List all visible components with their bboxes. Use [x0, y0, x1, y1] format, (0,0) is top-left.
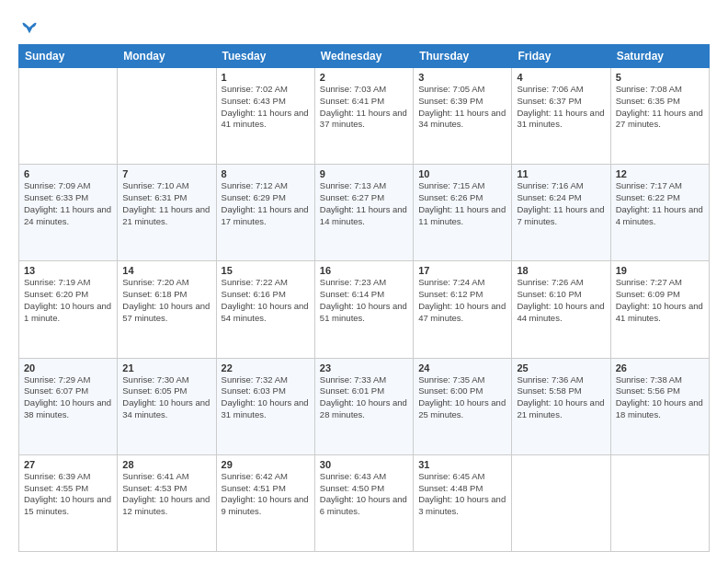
day-info: Sunrise: 7:27 AMSunset: 6:09 PMDaylight:… — [616, 277, 704, 324]
calendar-cell — [19, 68, 118, 165]
day-number: 16 — [320, 265, 408, 276]
day-info: Sunrise: 7:13 AMSunset: 6:27 PMDaylight:… — [320, 180, 408, 227]
day-number: 7 — [122, 168, 210, 179]
calendar-cell: 7Sunrise: 7:10 AMSunset: 6:31 PMDaylight… — [118, 165, 216, 261]
day-info: Sunrise: 7:12 AMSunset: 6:29 PMDaylight:… — [222, 180, 310, 227]
day-info: Sunrise: 7:38 AMSunset: 5:56 PMDaylight:… — [616, 374, 704, 421]
calendar-cell: 27Sunrise: 6:39 AMSunset: 4:55 PMDayligh… — [19, 454, 118, 551]
calendar-cell — [610, 454, 709, 551]
day-info: Sunrise: 7:02 AMSunset: 6:43 PMDaylight:… — [222, 84, 310, 131]
day-info: Sunrise: 7:23 AMSunset: 6:14 PMDaylight:… — [320, 277, 408, 324]
day-info: Sunrise: 7:36 AMSunset: 5:58 PMDaylight:… — [517, 374, 605, 421]
day-info: Sunrise: 6:42 AMSunset: 4:51 PMDaylight:… — [222, 471, 310, 518]
calendar-cell: 15Sunrise: 7:22 AMSunset: 6:16 PMDayligh… — [216, 261, 314, 358]
calendar-cell: 6Sunrise: 7:09 AMSunset: 6:33 PMDaylight… — [19, 165, 118, 261]
day-number: 10 — [418, 168, 506, 179]
calendar-cell: 5Sunrise: 7:08 AMSunset: 6:35 PMDaylight… — [610, 68, 709, 165]
weekday-header-thursday: Thursday — [414, 45, 512, 68]
day-info: Sunrise: 6:39 AMSunset: 4:55 PMDaylight:… — [24, 471, 112, 518]
week-row-4: 20Sunrise: 7:29 AMSunset: 6:07 PMDayligh… — [19, 358, 710, 454]
calendar-cell: 21Sunrise: 7:30 AMSunset: 6:05 PMDayligh… — [118, 358, 216, 454]
calendar-cell: 26Sunrise: 7:38 AMSunset: 5:56 PMDayligh… — [610, 358, 709, 454]
calendar-cell: 17Sunrise: 7:24 AMSunset: 6:12 PMDayligh… — [414, 261, 512, 358]
day-number: 6 — [24, 168, 112, 179]
day-info: Sunrise: 7:20 AMSunset: 6:18 PMDaylight:… — [122, 277, 210, 324]
day-info: Sunrise: 7:32 AMSunset: 6:03 PMDaylight:… — [222, 374, 310, 421]
day-number: 17 — [418, 265, 506, 276]
page: SundayMondayTuesdayWednesdayThursdayFrid… — [0, 0, 728, 563]
day-number: 3 — [418, 72, 506, 83]
weekday-header-monday: Monday — [118, 45, 216, 68]
day-number: 25 — [517, 362, 605, 373]
calendar-cell: 2Sunrise: 7:03 AMSunset: 6:41 PMDaylight… — [314, 68, 413, 165]
day-info: Sunrise: 7:16 AMSunset: 6:24 PMDaylight:… — [517, 180, 605, 227]
weekday-header-sunday: Sunday — [19, 45, 118, 68]
day-number: 4 — [517, 72, 605, 83]
day-number: 2 — [320, 72, 408, 83]
day-info: Sunrise: 7:10 AMSunset: 6:31 PMDaylight:… — [122, 180, 210, 227]
week-row-1: 1Sunrise: 7:02 AMSunset: 6:43 PMDaylight… — [19, 68, 710, 165]
day-number: 19 — [616, 265, 704, 276]
calendar-cell: 10Sunrise: 7:15 AMSunset: 6:26 PMDayligh… — [414, 165, 512, 261]
calendar-cell: 22Sunrise: 7:32 AMSunset: 6:03 PMDayligh… — [216, 358, 314, 454]
calendar-table: SundayMondayTuesdayWednesdayThursdayFrid… — [18, 44, 710, 552]
calendar-cell: 24Sunrise: 7:35 AMSunset: 6:00 PMDayligh… — [414, 358, 512, 454]
logo-text — [18, 17, 39, 35]
day-info: Sunrise: 7:26 AMSunset: 6:10 PMDaylight:… — [517, 277, 605, 324]
day-number: 8 — [222, 168, 310, 179]
weekday-header-friday: Friday — [512, 45, 610, 68]
weekday-header-wednesday: Wednesday — [314, 45, 413, 68]
week-row-5: 27Sunrise: 6:39 AMSunset: 4:55 PMDayligh… — [19, 454, 710, 551]
calendar-cell — [512, 454, 610, 551]
day-info: Sunrise: 6:41 AMSunset: 4:53 PMDaylight:… — [122, 471, 210, 518]
day-info: Sunrise: 7:19 AMSunset: 6:20 PMDaylight:… — [24, 277, 112, 324]
day-info: Sunrise: 7:17 AMSunset: 6:22 PMDaylight:… — [616, 180, 704, 227]
day-info: Sunrise: 7:35 AMSunset: 6:00 PMDaylight:… — [418, 374, 506, 421]
day-info: Sunrise: 7:29 AMSunset: 6:07 PMDaylight:… — [24, 374, 112, 421]
calendar-cell: 31Sunrise: 6:45 AMSunset: 4:48 PMDayligh… — [414, 454, 512, 551]
calendar-cell: 11Sunrise: 7:16 AMSunset: 6:24 PMDayligh… — [512, 165, 610, 261]
week-row-2: 6Sunrise: 7:09 AMSunset: 6:33 PMDaylight… — [19, 165, 710, 261]
weekday-header-tuesday: Tuesday — [216, 45, 314, 68]
day-number: 30 — [320, 459, 408, 470]
day-number: 14 — [122, 265, 210, 276]
calendar-cell: 12Sunrise: 7:17 AMSunset: 6:22 PMDayligh… — [610, 165, 709, 261]
day-info: Sunrise: 7:05 AMSunset: 6:39 PMDaylight:… — [418, 84, 506, 131]
calendar-cell: 13Sunrise: 7:19 AMSunset: 6:20 PMDayligh… — [19, 261, 118, 358]
day-number: 29 — [222, 459, 310, 470]
calendar-cell: 29Sunrise: 6:42 AMSunset: 4:51 PMDayligh… — [216, 454, 314, 551]
weekday-header-saturday: Saturday — [610, 45, 709, 68]
day-number: 12 — [616, 168, 704, 179]
calendar-cell: 23Sunrise: 7:33 AMSunset: 6:01 PMDayligh… — [314, 358, 413, 454]
day-number: 22 — [222, 362, 310, 373]
calendar-cell: 16Sunrise: 7:23 AMSunset: 6:14 PMDayligh… — [314, 261, 413, 358]
calendar-cell: 18Sunrise: 7:26 AMSunset: 6:10 PMDayligh… — [512, 261, 610, 358]
calendar-cell: 20Sunrise: 7:29 AMSunset: 6:07 PMDayligh… — [19, 358, 118, 454]
day-number: 24 — [418, 362, 506, 373]
calendar-cell: 30Sunrise: 6:43 AMSunset: 4:50 PMDayligh… — [314, 454, 413, 551]
day-info: Sunrise: 7:22 AMSunset: 6:16 PMDaylight:… — [222, 277, 310, 324]
day-number: 20 — [24, 362, 112, 373]
logo-bird-icon — [20, 17, 39, 35]
day-number: 1 — [222, 72, 310, 83]
day-number: 23 — [320, 362, 408, 373]
day-info: Sunrise: 7:08 AMSunset: 6:35 PMDaylight:… — [616, 84, 704, 131]
day-number: 15 — [222, 265, 310, 276]
calendar-cell: 14Sunrise: 7:20 AMSunset: 6:18 PMDayligh… — [118, 261, 216, 358]
day-number: 28 — [122, 459, 210, 470]
day-number: 21 — [122, 362, 210, 373]
day-info: Sunrise: 6:45 AMSunset: 4:48 PMDaylight:… — [418, 471, 506, 518]
day-number: 11 — [517, 168, 605, 179]
week-row-3: 13Sunrise: 7:19 AMSunset: 6:20 PMDayligh… — [19, 261, 710, 358]
logo — [18, 17, 39, 35]
day-number: 27 — [24, 459, 112, 470]
calendar-cell: 9Sunrise: 7:13 AMSunset: 6:27 PMDaylight… — [314, 165, 413, 261]
day-number: 9 — [320, 168, 408, 179]
calendar-cell: 19Sunrise: 7:27 AMSunset: 6:09 PMDayligh… — [610, 261, 709, 358]
day-number: 31 — [418, 459, 506, 470]
day-info: Sunrise: 7:06 AMSunset: 6:37 PMDaylight:… — [517, 84, 605, 131]
weekday-header-row: SundayMondayTuesdayWednesdayThursdayFrid… — [19, 45, 710, 68]
calendar-cell: 1Sunrise: 7:02 AMSunset: 6:43 PMDaylight… — [216, 68, 314, 165]
calendar-cell: 3Sunrise: 7:05 AMSunset: 6:39 PMDaylight… — [414, 68, 512, 165]
day-info: Sunrise: 7:33 AMSunset: 6:01 PMDaylight:… — [320, 374, 408, 421]
